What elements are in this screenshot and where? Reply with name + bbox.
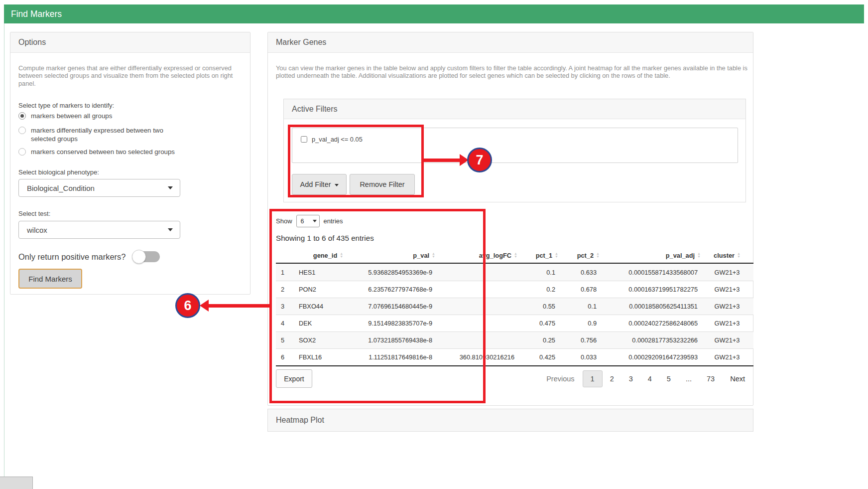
column-header-avg_logFC[interactable]: avg_logFC▲▼ [435, 252, 517, 259]
pagination-next[interactable]: Next [730, 375, 745, 383]
export-button[interactable]: Export [276, 369, 312, 388]
pagination-page-3[interactable]: 3 [621, 371, 640, 387]
cell-gene_id: PON2 [296, 286, 361, 293]
table-row-FBXO44[interactable]: 3FBXO447.07696154680445e-90.550.10.00018… [276, 298, 753, 315]
radio-option-1[interactable]: markers differentially expressed between… [18, 126, 183, 144]
table-header: gene_id▲▼p_val▲▼avg_logFC▲▼pct_1▲▼pct_2▲… [276, 248, 753, 264]
column-header-cluster[interactable]: cluster▲▼ [701, 252, 753, 259]
cell-gene_id: HES1 [296, 269, 361, 276]
page-title: Find Markers [11, 9, 62, 19]
table-body: 1HES15.93682854953369e-90.10.6330.000155… [276, 264, 753, 366]
cell-p_val: 5.93682854953369e-9 [361, 269, 435, 276]
column-label: p_val [413, 252, 429, 259]
cell-pct_1: 0.425 [517, 353, 558, 361]
remove-filter-button[interactable]: Remove Filter [350, 174, 415, 195]
cell-p_val_adj: 0.000155871433568007 [600, 269, 701, 276]
toggle-knob[interactable] [132, 250, 146, 264]
marker-genes-table: gene_id▲▼p_val▲▼avg_logFC▲▼pct_1▲▼pct_2▲… [276, 248, 753, 366]
sort-icon[interactable]: ▲▼ [596, 252, 600, 258]
cell-pct_1: 0.2 [517, 286, 558, 293]
cell-index: 3 [276, 303, 296, 310]
radio-icon[interactable] [18, 127, 26, 134]
cell-cluster: GW21+3 [701, 286, 753, 293]
active-filters-panel: Active Filters p_val_adj <= 0.05 Add Fil… [283, 99, 746, 202]
chevron-down-icon [168, 228, 173, 231]
phenotype-select-value: Biological_Condition [27, 184, 95, 192]
page-title-bar: Find Markers [4, 4, 864, 23]
active-filters-title: Active Filters [292, 105, 338, 114]
show-label: Show [276, 217, 292, 225]
table-row-SOX2[interactable]: 5SOX21.07321855769438e-80.250.7560.00028… [276, 331, 753, 348]
cell-p_val_adj: 0.000292091647239593 [600, 353, 701, 361]
heatmap-plot-title: Heatmap Plot [276, 416, 324, 425]
cell-index: 2 [276, 286, 296, 293]
cell-p_val_adj: 0.00028177353232266 [600, 336, 701, 344]
cell-p_val_adj: 0.000185805625411351 [600, 303, 701, 310]
pagination-previous[interactable]: Previous [546, 375, 574, 383]
cell-index: 4 [276, 320, 296, 327]
pagination-page-4[interactable]: 4 [640, 371, 659, 387]
sort-icon[interactable]: ▲▼ [514, 252, 517, 258]
pagination: Previous 12345...73 Next [546, 370, 745, 387]
radio-option-2[interactable]: markers conserved between two selected g… [18, 148, 218, 157]
sort-icon[interactable]: ▲▼ [432, 252, 435, 258]
table-row-HES1[interactable]: 1HES15.93682854953369e-90.10.6330.000155… [276, 264, 753, 281]
table-row-DEK[interactable]: 4DEK9.15149823835707e-90.4750.90.0002402… [276, 315, 753, 331]
pagination-page-1[interactable]: 1 [583, 370, 603, 387]
marker-genes-panel: Marker Genes You can view the marker gen… [267, 32, 753, 406]
cell-pct_1: 0.25 [517, 336, 558, 344]
column-header-p_val[interactable]: p_val▲▼ [361, 252, 435, 259]
find-markers-button[interactable]: Find Markers [18, 269, 82, 289]
column-label: avg_logFC [479, 252, 511, 259]
page-left-border [4, 23, 4, 477]
page-length-value: 6 [301, 218, 304, 225]
add-filter-button[interactable]: Add Filter [292, 174, 347, 195]
sort-icon[interactable]: ▲▼ [697, 252, 701, 258]
test-select[interactable]: wilcox [18, 221, 180, 239]
phenotype-select[interactable]: Biological_Condition [18, 179, 180, 197]
cell-p_val_adj: 0.000163719951782275 [600, 286, 701, 293]
column-header-gene_id[interactable]: gene_id▲▼ [296, 252, 361, 259]
sort-icon[interactable]: ▲▼ [737, 252, 741, 258]
column-header-p_val_adj[interactable]: p_val_adj▲▼ [600, 252, 701, 259]
cutoff-button[interactable] [0, 477, 33, 489]
column-label: pct_1 [536, 252, 552, 259]
column-header-pct_2[interactable]: pct_2▲▼ [558, 252, 600, 259]
entries-label: entries [324, 217, 343, 225]
table-row-FBXL16[interactable]: 6FBXL161.11251817649816e-8360.8109302162… [276, 348, 753, 365]
radio-icon[interactable] [18, 148, 26, 156]
radio-option-0[interactable]: markers between all groups [18, 112, 218, 121]
positive-markers-toggle[interactable] [132, 250, 161, 264]
cell-cluster: GW21+3 [701, 320, 753, 327]
cell-gene_id: SOX2 [296, 336, 361, 344]
cell-cluster: GW21+3 [701, 336, 753, 344]
positive-markers-label: Only return positive markers? [18, 252, 126, 262]
sort-icon[interactable]: ▲▼ [555, 252, 558, 258]
phenotype-label: Select biological phenotype: [18, 168, 99, 176]
active-filters-header: Active Filters [284, 99, 745, 119]
filter-item[interactable]: p_val_adj <= 0.05 [292, 128, 738, 143]
pagination-page-2[interactable]: 2 [603, 371, 621, 387]
page-length-select[interactable]: 6 [296, 215, 320, 227]
marker-type-label: Select type of markers to identify: [18, 102, 114, 109]
cell-pct_2: 0.756 [558, 336, 600, 344]
filter-checkbox[interactable] [301, 136, 307, 143]
column-label: gene_id [313, 252, 337, 259]
remove-filter-label: Remove Filter [360, 180, 404, 188]
radio-icon[interactable] [18, 112, 26, 120]
sort-icon[interactable]: ▲▼ [340, 252, 343, 258]
cell-p_val: 1.11251817649816e-8 [361, 353, 435, 361]
column-header-pct_1[interactable]: pct_1▲▼ [517, 252, 558, 259]
cell-cluster: GW21+3 [701, 303, 753, 310]
cell-index: 1 [276, 269, 296, 276]
chevron-down-icon [313, 220, 317, 222]
cell-cluster: GW21+3 [701, 353, 753, 361]
table-row-PON2[interactable]: 2PON26.23576277974768e-90.20.6780.000163… [276, 281, 753, 298]
cell-gene_id: DEK [296, 320, 361, 327]
radio-option-label: markers conserved between two selected g… [31, 148, 175, 157]
marker-genes-panel-title: Marker Genes [276, 38, 326, 47]
column-label: pct_2 [577, 252, 594, 259]
pagination-page-5[interactable]: 5 [659, 371, 678, 387]
options-panel-header: Options [10, 32, 250, 53]
pagination-page-73[interactable]: 73 [699, 371, 722, 387]
